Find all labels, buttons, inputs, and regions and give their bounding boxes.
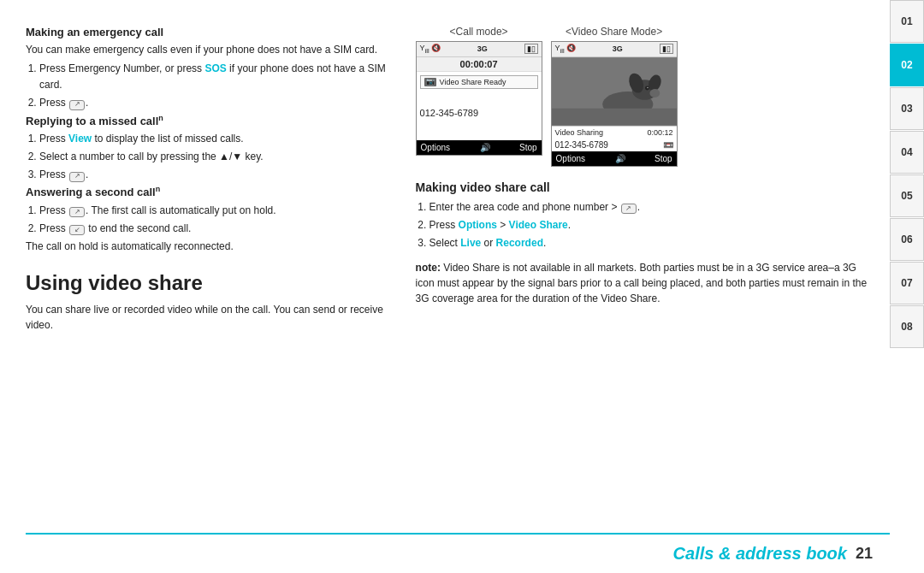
signal-text: Yill	[420, 44, 429, 52]
footer-section-title: Calls & address book	[673, 544, 847, 564]
camera-icon: 📷	[424, 78, 436, 86]
making-vsc-heading: Making video share call	[416, 180, 873, 194]
video-share-mode-screen: Yill 🔇 3G ▮▯	[551, 41, 678, 167]
call-mode-options: Options	[421, 143, 450, 152]
emergency-step-1: Press Emergency Number, or press SOS if …	[39, 61, 390, 93]
chapter-07[interactable]: 07	[890, 262, 924, 304]
emergency-call-section: Making an emergency call You can make em…	[26, 26, 390, 112]
call-mode-bottom-bar: Options 🔊 Stop	[417, 140, 542, 155]
footer-bar: Calls & address book 21	[0, 535, 890, 573]
vss-mute-icon: 🔇	[566, 44, 576, 52]
recorded-text: Recorded	[496, 237, 543, 249]
left-column: Making an emergency call You can make em…	[26, 17, 416, 556]
call-mode-body: 📷 Video Share Ready 012-345-6789	[417, 72, 542, 140]
vss-signal-text: Yill	[555, 44, 565, 52]
making-vsc-step-2: Press Options > Video Share.	[429, 217, 873, 233]
call-mode-screen: Yill 🔇 3G ▮▯ 00:00:07 📷 Video Share Read…	[416, 41, 542, 156]
second-call-section: Answering a second calln Press ↗. The fi…	[26, 185, 390, 254]
call-mode-time: 00:00:07	[417, 57, 542, 72]
second-call-steps: Press ↗. The first call is automatically…	[39, 203, 390, 237]
vss-volume: 🔊	[615, 154, 625, 163]
view-text: View	[68, 133, 92, 145]
missed-call-section: Replying to a missed calln Press View to…	[26, 114, 390, 184]
video-share-ready: 📷 Video Share Ready	[420, 75, 538, 89]
chapter-08[interactable]: 08	[890, 305, 924, 348]
vss-battery: ▮▯	[660, 44, 673, 54]
vss-number-row: 012-345-6789 📼	[552, 139, 677, 151]
vss-video-sharing-label: Video Sharing	[555, 128, 603, 137]
video-share-mode-container: <Video Share Mode> Yill 🔇 3G ▮▯	[551, 26, 678, 167]
second-call-heading: Answering a second calln	[26, 185, 390, 198]
second-call-footer: The call on hold is automatically reconn…	[26, 239, 390, 254]
screens-row: <Call mode> Yill 🔇 3G ▮▯ 00:00:07 📷	[416, 26, 873, 167]
emergency-step-2: Press ↗.	[39, 95, 390, 111]
call-mode-label: <Call mode>	[416, 26, 542, 38]
dog-svg	[552, 57, 677, 126]
chapter-03[interactable]: 03	[890, 87, 924, 130]
vss-options: Options	[556, 154, 585, 163]
battery-area: ▮▯	[524, 44, 538, 54]
chapter-06[interactable]: 06	[890, 218, 924, 261]
call-mode-phone-number: 012-345-6789	[420, 106, 538, 120]
missed-call-heading: Replying to a missed calln	[26, 114, 390, 127]
chapter-sidebar: 01 02 03 04 05 06 07 08	[890, 0, 924, 573]
sos-text: SOS	[204, 62, 226, 74]
emergency-call-steps: Press Emergency Number, or press SOS if …	[39, 61, 390, 112]
note-section: note: Video Share is not available in al…	[416, 260, 873, 306]
video-share-title: Using video share	[26, 271, 390, 295]
vss-signal-area: Yill 🔇	[555, 44, 577, 55]
vss-bottom-bar: Options 🔊 Stop	[552, 151, 677, 166]
dog-image	[552, 57, 677, 126]
video-share-info-bar: Video Sharing 0:00:12	[552, 126, 677, 139]
note-para: note: Video Share is not available in al…	[416, 260, 873, 306]
call-mode-speaker: 🔊	[480, 143, 490, 152]
send-button-icon-3: ↗	[69, 207, 85, 217]
chapter-05[interactable]: 05	[890, 174, 924, 217]
call-mode-statusbar: Yill 🔇 3G ▮▯	[417, 42, 542, 57]
vss-time: 0:00:12	[648, 128, 673, 137]
signal-area: Yill 🔇	[420, 44, 441, 55]
vss-network: 3G	[613, 44, 623, 53]
superscript-n-2: n	[156, 185, 161, 193]
chapter-02[interactable]: 02	[890, 44, 924, 86]
making-video-share-section: Making video share call Enter the area c…	[416, 180, 873, 252]
video-share-mode-label: <Video Share Mode>	[551, 26, 678, 38]
chapter-01-label: 01	[901, 15, 912, 27]
missed-step-3: Press ↗.	[39, 167, 390, 183]
footer-page-number: 21	[856, 545, 873, 563]
options-text: Options	[459, 219, 497, 231]
vss-stop: Stop	[654, 154, 672, 163]
svg-point-8	[647, 87, 649, 89]
vss-phone-number: 012-345-6789	[555, 140, 608, 150]
network-indicator: 3G	[477, 44, 488, 53]
end-button-icon: ↙	[69, 225, 85, 235]
video-share-section: Using video share You can share live or …	[26, 271, 390, 333]
chapter-04[interactable]: 04	[890, 131, 924, 174]
call-mode-container: <Call mode> Yill 🔇 3G ▮▯ 00:00:07 📷	[416, 26, 542, 167]
chapter-04-label: 04	[901, 146, 912, 158]
mute-icon: 🔇	[431, 44, 441, 52]
send-button-icon-2: ↗	[69, 172, 85, 182]
live-text: Live	[460, 237, 481, 249]
superscript-n: n	[158, 114, 163, 122]
chapter-03-label: 03	[901, 103, 912, 115]
vss-volume-icon: 📼	[663, 140, 673, 150]
chapter-01[interactable]: 01	[890, 0, 924, 43]
second-step-2: Press ↙ to end the second call.	[39, 221, 390, 237]
missed-step-2: Select a number to call by pressing the …	[39, 149, 390, 165]
video-share-ready-text: Video Share Ready	[440, 78, 506, 86]
send-button-icon-4: ↗	[621, 204, 637, 214]
note-label: note:	[416, 262, 441, 274]
call-mode-stop: Stop	[519, 143, 537, 152]
making-vsc-steps: Enter the area code and phone number > ↗…	[429, 199, 873, 252]
send-button-icon: ↗	[69, 100, 85, 110]
video-share-mode-statusbar: Yill 🔇 3G ▮▯	[552, 42, 677, 57]
making-vsc-step-3: Select Live or Recorded.	[429, 235, 873, 251]
emergency-call-heading: Making an emergency call	[26, 26, 390, 38]
svg-point-6	[649, 89, 660, 97]
emergency-call-para: You can make emergency calls even if you…	[26, 42, 390, 57]
chapter-02-label: 02	[901, 59, 912, 71]
right-column: <Call mode> Yill 🔇 3G ▮▯ 00:00:07 📷	[416, 17, 873, 556]
second-step-1: Press ↗. The first call is automatically…	[39, 203, 390, 219]
chapter-05-label: 05	[901, 190, 912, 202]
